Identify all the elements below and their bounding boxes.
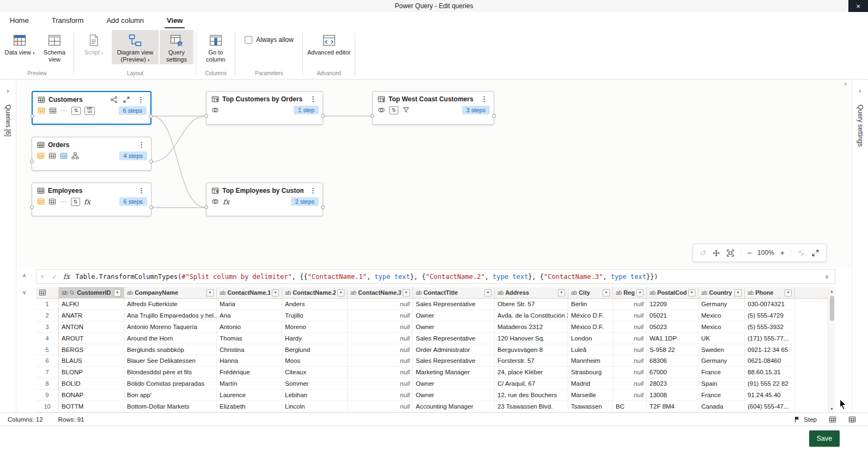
schema-view-toggle-icon[interactable] [848,416,856,423]
cell[interactable]: BLAUS [59,355,124,367]
collapse-view-button[interactable] [797,249,805,257]
cell[interactable]: Germany [699,299,745,310]
sorted-rows-step-icon[interactable]: ⇅ [71,198,80,206]
column-header-address[interactable]: abAddress▾ [495,287,568,298]
cell[interactable]: UK [699,333,745,344]
filtered-rows-step-icon[interactable] [402,106,410,114]
filter-button[interactable]: ▾ [114,289,121,296]
tab-add-column[interactable]: Add column [105,16,145,28]
column-header-customerid[interactable]: abCustomerID▾ [59,287,124,298]
cell[interactable]: null [348,367,413,378]
cell[interactable]: Laurence [217,390,282,401]
cell[interactable]: T2F 8M4 [647,401,699,412]
cell[interactable]: Sweden [699,344,745,356]
steps-count-badge[interactable]: 1 step [294,106,319,114]
save-button[interactable]: Save [809,430,840,447]
cell[interactable]: BOLID [59,378,124,390]
cell[interactable]: null [348,390,413,401]
canvas-scroll-up-icon[interactable]: ∧ [843,81,847,87]
scroll-thumb[interactable] [830,296,834,321]
table-row[interactable]: 3ANTONAntonio Moreno TaqueríaAntonioMore… [36,321,835,333]
filter-button[interactable]: ▾ [558,289,565,296]
scroll-down-button[interactable]: ▼ [830,405,834,412]
column-header-city[interactable]: abCity▾ [568,287,613,298]
cell[interactable]: 67000 [647,367,699,378]
navigation-step-icon[interactable] [48,152,56,160]
table-row[interactable]: 1ALFKIAlfreds FutterkisteMariaAndersnull… [36,299,835,310]
commit-formula-button[interactable]: ✓ [48,273,61,281]
source-step-icon[interactable] [37,152,45,160]
cell[interactable]: null [613,355,647,367]
node-menu-button[interactable]: ⋮ [135,141,148,149]
table-corner-button[interactable] [36,287,59,298]
scroll-up-button[interactable]: ▲ [830,287,834,295]
cell[interactable]: Martín [217,378,282,390]
cell[interactable]: null [348,321,413,333]
tab-view[interactable]: View [166,16,184,28]
cell[interactable]: 28023 [647,378,699,390]
cell[interactable]: null [348,344,413,356]
cell[interactable]: Sommer [282,378,348,390]
source-step-icon[interactable] [38,107,45,114]
cell[interactable]: Owner [413,390,495,401]
filter-button[interactable]: ▾ [735,289,742,296]
cell[interactable]: Owner [413,378,495,390]
cell[interactable]: France [699,367,745,378]
close-button[interactable]: × [848,0,868,12]
query-node-employees[interactable]: Employees ⋮ ⋯ ⇅ fx 6 steps [32,183,151,216]
cell[interactable]: London [568,333,613,344]
always-allow-checkbox[interactable] [245,36,252,44]
cell[interactable]: Forsterstr. 57 [495,355,568,367]
cell[interactable]: null [348,310,413,321]
grid-vertical-scrollbar[interactable]: ▲ ▼ [828,287,835,412]
column-header-country[interactable]: abCountry▾ [699,287,745,298]
related-queries-icon[interactable] [110,96,118,104]
cell[interactable]: Obere Str. 57 [495,299,568,310]
changed-type-step-icon[interactable]: ABC123 [84,107,95,115]
cell[interactable]: Ana [217,310,282,321]
cell[interactable]: 0621-08460 [745,355,795,367]
cell[interactable]: Berlin [568,299,613,310]
navigation-step-icon[interactable] [48,198,56,205]
cell[interactable]: Alfreds Futterkiste [124,299,217,310]
cell[interactable]: Blauer See Delikatessen [124,355,217,367]
cell[interactable]: Bólido Comidas preparadas [124,378,217,390]
query-node-orders[interactable]: Orders ⋮ 4 steps [32,137,151,171]
diagram-view-button[interactable]: Diagram view (Preview) ▾ [112,30,159,64]
cell[interactable]: 120 Hanover Sq. [495,333,568,344]
column-header-phone[interactable]: abPhone▾ [745,287,795,298]
cell[interactable]: Mataderos 2312 [495,321,568,333]
query-node-customers[interactable]: Customers ⋮ ⋯ ⇅ ABC123 6 steps [32,91,151,125]
steps-count-badge[interactable]: 3 steps [462,106,490,114]
cell[interactable]: null [348,355,413,367]
cell[interactable]: Mannheim [568,355,613,367]
data-view-button[interactable]: Data view ▾ [3,30,37,58]
cell[interactable]: 05021 [647,310,699,321]
cell[interactable]: BC [613,401,647,412]
steps-count-badge[interactable]: 6 steps [119,106,147,115]
row-number[interactable]: 6 [36,355,59,367]
cell[interactable]: Hanna [217,355,282,367]
cell[interactable]: BONAP [59,390,124,401]
cell[interactable]: Frédérique [217,367,282,378]
table-row[interactable]: 5BERGSBerglunds snabbköpChristinaBerglun… [36,344,835,356]
cell[interactable]: Canada [699,401,745,412]
filter-button[interactable]: ▾ [484,289,491,296]
cell[interactable]: Avda. de la Constitución 22... [495,310,568,321]
merge-step-icon[interactable] [211,106,219,114]
filter-button[interactable]: ▾ [403,289,410,296]
cell[interactable]: Accounting Manager [413,401,495,412]
cell[interactable]: Berglund [282,344,348,356]
navigation-step-icon[interactable] [49,107,57,114]
cell[interactable]: BLONP [59,367,124,378]
cell[interactable]: 0921-12 34 65 [745,344,795,356]
cell[interactable]: Lincoln [282,401,348,412]
tab-transform[interactable]: Transform [51,16,85,28]
cell[interactable]: Citeaux [282,367,348,378]
cell[interactable]: Order Administrator [413,344,495,356]
cell[interactable]: Ana Trujillo Emparedados y hel... [124,310,217,321]
sorted-rows-step-icon[interactable]: ⇅ [389,106,398,114]
cell[interactable]: Thomas [217,333,282,344]
table-row[interactable]: 6BLAUSBlauer See DelikatessenHannaMoosnu… [36,355,835,367]
cell[interactable]: México D.F. [568,321,613,333]
